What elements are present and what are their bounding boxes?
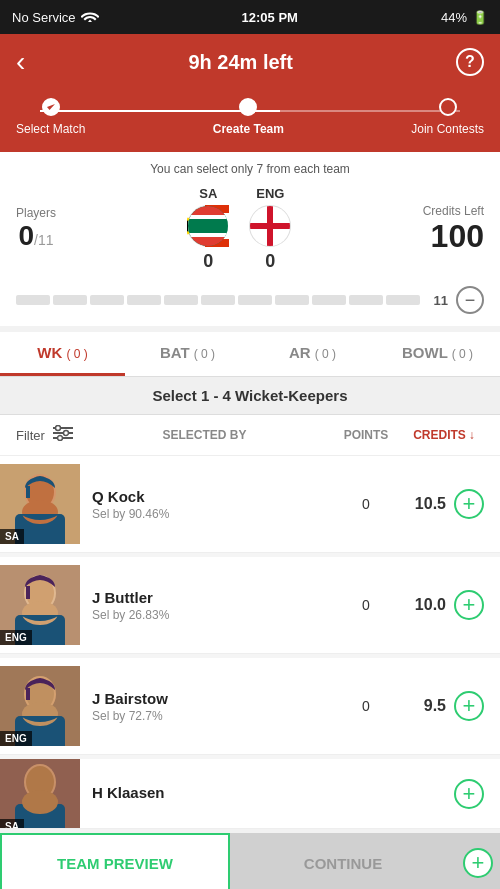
add-player-4-button[interactable]: + <box>454 779 484 809</box>
filter-icon[interactable] <box>53 425 73 445</box>
player-avatar-1: SA <box>0 464 80 544</box>
svg-point-24 <box>63 431 68 436</box>
players-section: Players 0/11 <box>16 206 56 252</box>
tab-ar[interactable]: AR ( 0 ) <box>250 332 375 376</box>
slot-6 <box>201 295 235 305</box>
player-credits-2: 10.0 <box>391 596 446 614</box>
continue-add-button[interactable]: + <box>463 848 493 878</box>
svg-rect-14 <box>187 219 229 233</box>
player-name-4: H Klaasen <box>92 784 341 801</box>
status-time: 12:05 PM <box>242 10 298 25</box>
continue-label: CONTINUE <box>304 855 382 872</box>
slot-5 <box>164 295 198 305</box>
tab-bat[interactable]: BAT ( 0 ) <box>125 332 250 376</box>
player-avatar-4: SA <box>0 759 80 829</box>
svg-rect-31 <box>26 486 30 498</box>
players-label: Players <box>16 206 56 220</box>
player-name-3: J Bairstow <box>92 690 341 707</box>
player-row: SA H Klaasen + <box>0 759 500 829</box>
col-credits: CREDITS ↓ <box>404 428 484 442</box>
players-sub: /11 <box>34 232 53 248</box>
team2-group: ENG 0 <box>249 186 291 272</box>
player-avatar-3: ENG <box>0 666 80 746</box>
player-info-4: H Klaasen <box>80 784 341 803</box>
team-preview-button[interactable]: TEAM PREVIEW <box>0 833 230 889</box>
battery-icon: 🔋 <box>472 10 488 25</box>
slot-bar: 11 − <box>0 278 500 326</box>
player-info-3: J Bairstow Sel by 72.7% <box>80 690 341 723</box>
tab-bowl[interactable]: BOWL ( 0 ) <box>375 332 500 376</box>
continue-button[interactable]: CONTINUE <box>230 833 456 889</box>
slot-10 <box>349 295 383 305</box>
tabs: WK ( 0 ) BAT ( 0 ) AR ( 0 ) BOWL ( 0 ) <box>0 332 500 377</box>
step-dot-3 <box>439 98 457 116</box>
team1-group: SA <box>187 186 229 272</box>
minus-button[interactable]: − <box>456 286 484 314</box>
player-points-3: 0 <box>341 698 391 714</box>
player-row: SA Q Kock Sel by 90.46% 0 10.5 + <box>0 456 500 553</box>
step-label-2: Create Team <box>213 122 284 136</box>
continue-plus-section: + <box>456 833 500 889</box>
add-player-1-button[interactable]: + <box>454 489 484 519</box>
slot-9 <box>312 295 346 305</box>
slot-3 <box>90 295 124 305</box>
svg-point-48 <box>22 790 58 814</box>
svg-rect-43 <box>26 688 30 700</box>
slots-container <box>16 295 420 305</box>
header: ‹ 9h 24m left ? <box>0 34 500 90</box>
player-credits-3: 9.5 <box>391 697 446 715</box>
player-credits-1: 10.5 <box>391 495 446 513</box>
player-name-2: J Buttler <box>92 589 341 606</box>
sort-icon: ↓ <box>469 428 475 442</box>
svg-point-23 <box>55 426 60 431</box>
step-label-3: Join Contests <box>411 122 484 136</box>
player-team-badge-4: SA <box>0 819 24 830</box>
step-create-team: Create Team <box>213 98 284 136</box>
player-team-badge-1: SA <box>0 529 24 544</box>
player-team-badge-3: ENG <box>0 731 32 746</box>
section-title: Select 1 - 4 Wicket-Keepers <box>0 377 500 415</box>
svg-rect-37 <box>26 586 30 599</box>
sa-flag-icon <box>187 205 229 247</box>
add-player-2-button[interactable]: + <box>454 590 484 620</box>
tab-ar-count: ( 0 ) <box>315 347 336 361</box>
player-info-2: J Buttler Sel by 26.83% <box>80 589 341 622</box>
back-button[interactable]: ‹ <box>16 46 25 78</box>
team2-count: 0 <box>265 251 275 272</box>
step-select-match: Select Match <box>16 98 85 136</box>
tab-wk-count: ( 0 ) <box>66 347 87 361</box>
player-sel-2: Sel by 26.83% <box>92 608 341 622</box>
battery-text: 44% <box>441 10 467 25</box>
player-points-2: 0 <box>341 597 391 613</box>
steps-bar: Select Match Create Team Join Contests <box>0 90 500 152</box>
slot-2 <box>53 295 87 305</box>
team1-code: SA <box>199 186 217 201</box>
step-label-1: Select Match <box>16 122 85 136</box>
slot-1 <box>16 295 50 305</box>
team1-count: 0 <box>203 251 213 272</box>
credits-value: 100 <box>423 218 484 255</box>
player-sel-3: Sel by 72.7% <box>92 709 341 723</box>
player-name-1: Q Kock <box>92 488 341 505</box>
header-title: 9h 24m left <box>25 51 456 74</box>
help-button[interactable]: ? <box>456 48 484 76</box>
player-sel-1: Sel by 90.46% <box>92 507 341 521</box>
player-avatar-2: ENG <box>0 565 80 645</box>
player-team-badge-2: ENG <box>0 630 32 645</box>
svg-point-25 <box>57 436 62 441</box>
slot-7 <box>238 295 272 305</box>
players-count-val: 0 <box>18 220 34 251</box>
signal-text: No Service <box>12 10 76 25</box>
team2-code: ENG <box>256 186 284 201</box>
credits-label: Credits Left <box>423 204 484 218</box>
col-selected-by: SELECTED BY <box>81 428 328 442</box>
tab-wk[interactable]: WK ( 0 ) <box>0 332 125 376</box>
player-points-1: 0 <box>341 496 391 512</box>
add-player-3-button[interactable]: + <box>454 691 484 721</box>
status-signal: No Service <box>12 9 99 26</box>
team-row: Players 0/11 SA <box>16 186 484 272</box>
wifi-icon <box>81 9 99 26</box>
status-bar: No Service 12:05 PM 44% 🔋 <box>0 0 500 34</box>
player-row: ENG J Buttler Sel by 26.83% 0 10.0 + <box>0 557 500 654</box>
svg-point-30 <box>22 500 58 524</box>
